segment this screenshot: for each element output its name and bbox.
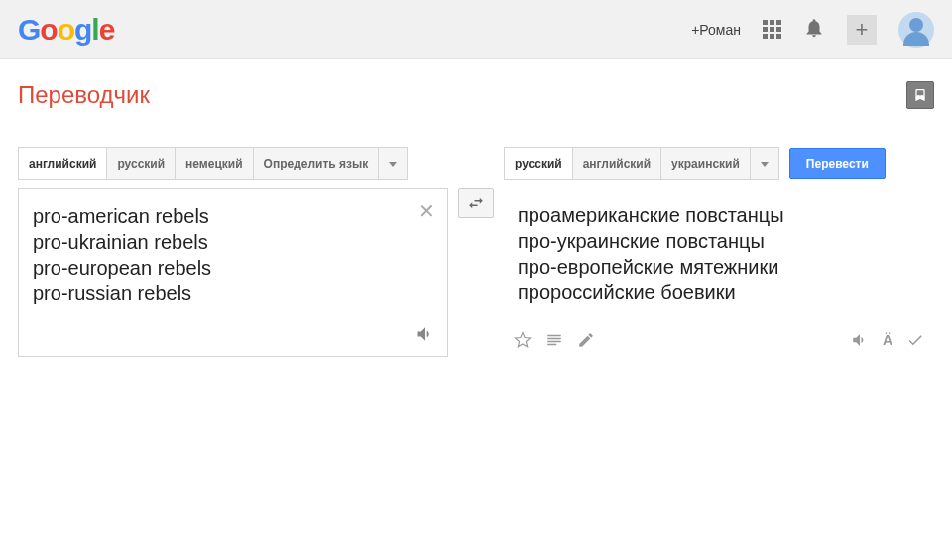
save-translation-icon[interactable]	[514, 331, 532, 349]
target-tools-left	[514, 331, 595, 349]
source-tab-russian[interactable]: русский	[107, 148, 176, 179]
source-lang-dropdown[interactable]	[379, 148, 407, 179]
transliteration-icon[interactable]: Ä	[883, 332, 892, 348]
target-tabs-row: русский английский украинский Перевести	[504, 147, 934, 180]
google-logo[interactable]: Google	[18, 13, 114, 47]
source-lang-tabs: английский русский немецкий Определить я…	[18, 147, 408, 180]
phrasebook-button[interactable]	[906, 81, 934, 109]
translate-workspace: английский русский немецкий Определить я…	[0, 117, 952, 357]
select-all-icon[interactable]	[545, 331, 563, 349]
translate-button[interactable]: Перевести	[789, 148, 886, 179]
source-tab-german[interactable]: немецкий	[176, 148, 253, 179]
top-bar: Google +Роман +	[0, 0, 952, 59]
notifications-icon[interactable]	[803, 17, 825, 43]
top-right-controls: +Роман +	[691, 12, 934, 48]
source-tab-detect[interactable]: Определить язык	[254, 148, 380, 179]
target-lang-tabs: русский английский украинский	[504, 147, 779, 180]
page-title: Переводчик	[18, 81, 150, 109]
edit-translation-icon[interactable]	[577, 331, 595, 349]
swap-languages-button[interactable]	[458, 188, 494, 218]
source-text[interactable]: pro-american rebels pro-ukrainian rebels…	[33, 203, 408, 306]
target-tab-russian[interactable]: русский	[505, 148, 573, 179]
listen-target-icon[interactable]	[851, 331, 869, 349]
target-column: русский английский украинский Перевести …	[504, 147, 934, 357]
source-text-box[interactable]: pro-american rebels pro-ukrainian rebels…	[18, 188, 448, 357]
target-text-box: проамериканские повстанцы про-украинские…	[504, 188, 934, 357]
listen-source-icon[interactable]	[416, 324, 435, 348]
source-column: английский русский немецкий Определить я…	[18, 147, 448, 357]
target-tools-right: Ä	[851, 331, 924, 349]
swap-column	[456, 147, 496, 218]
source-tab-english[interactable]: английский	[19, 148, 107, 179]
share-plus-button[interactable]: +	[847, 15, 877, 45]
clear-source-icon[interactable]: ✕	[418, 199, 435, 223]
confirm-translation-icon[interactable]	[906, 331, 924, 349]
target-tab-ukrainian[interactable]: украинский	[661, 148, 751, 179]
title-row: Переводчик	[0, 59, 952, 117]
target-text: проамериканские повстанцы про-украинские…	[518, 202, 920, 305]
apps-grid-icon[interactable]	[763, 20, 781, 39]
target-lang-dropdown[interactable]	[751, 148, 778, 179]
account-avatar[interactable]	[898, 12, 934, 48]
google-plus-name[interactable]: +Роман	[691, 22, 741, 38]
target-tab-english[interactable]: английский	[573, 148, 661, 179]
